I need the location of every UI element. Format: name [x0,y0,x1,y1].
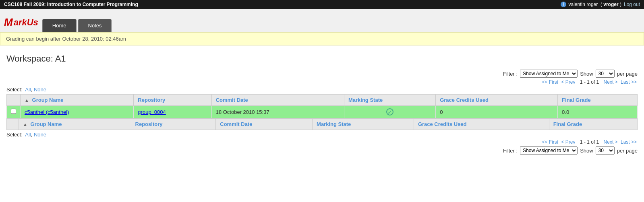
repository-link[interactable]: group_0004 [138,109,166,115]
pagination-top: << First < Prev 1 - 1 of 1 Next > Last >… [6,79,638,85]
grading-table-bottom: ▲ Group Name Repository Commit Date Mark… [6,118,638,130]
perpage-select-bottom[interactable]: 30 50 100 [596,146,615,155]
show-label-bottom: Show [580,148,593,154]
info-icon: i [561,2,566,7]
col-final-grade-top[interactable]: Final Grade [558,95,638,106]
perpage-label-top: per page [617,71,638,77]
col-commit-date-bottom[interactable]: Commit Date [216,119,313,130]
col-commit-date-top[interactable]: Commit Date [211,95,344,106]
row-checkbox-input[interactable] [11,109,16,114]
select-all-bottom[interactable]: All [25,132,31,138]
last-link-bottom[interactable]: Last >> [621,139,637,145]
status-complete-icon: ✓ [386,108,393,115]
prev-link-top[interactable]: < Prev [561,79,576,85]
next-link-top[interactable]: Next > [604,79,618,85]
row-commit-date: 18 October 2010 15:37 [211,106,344,118]
col-grace-credits-top[interactable]: Grace Credits Used [436,95,558,106]
col-group-name-top[interactable]: ▲ Group Name [21,95,134,106]
table-header-top: ▲ Group Name Repository Commit Date Mark… [7,95,638,106]
sort-arrow-top: ▲ [25,98,29,103]
col-checkbox-bottom [7,119,19,130]
table-header-bottom: ▲ Group Name Repository Commit Date Mark… [7,119,638,130]
row-checkbox[interactable] [7,106,21,118]
bottom-controls: Filter : Show Assigned to Me Show All Sh… [6,146,638,155]
row-grace-credits: 0 [436,106,558,118]
pagination-range-top: 1 - 1 of 1 [580,79,599,85]
top-controls: Filter : Show Assigned to Me Show All Sh… [6,70,638,78]
logo: M arkUs [4,16,38,32]
select-none-bottom[interactable]: None [34,132,46,138]
tab-home[interactable]: Home [42,19,77,32]
last-link-top[interactable]: Last >> [621,79,637,85]
pagination-range-bottom: 1 - 1 of 1 [580,139,599,145]
filter-select-top[interactable]: Show Assigned to Me Show All [520,70,578,78]
col-marking-state-top[interactable]: Marking State [344,95,435,106]
col-marking-state-bottom[interactable]: Marking State [313,119,414,130]
tab-notes[interactable]: Notes [78,19,112,32]
col-final-grade-bottom[interactable]: Final Grade [549,119,637,130]
prev-link-bottom[interactable]: < Prev [561,139,576,145]
col-grace-credits-bottom[interactable]: Grace Credits Used [414,119,549,130]
user-area: i valentin roger ( vroger ) Log out [561,2,640,7]
row-final-grade: 0.0 [558,106,638,118]
nav-tabs: Home Notes [42,19,114,32]
col-repository-top[interactable]: Repository [134,95,211,106]
page-title: CSC108 Fall 2009: Introduction to Comput… [4,2,138,7]
select-row-top: Select: All, None [6,87,638,93]
row-repository: group_0004 [134,106,211,118]
first-link-bottom[interactable]: << First [542,139,559,145]
filter-select-bottom[interactable]: Show Assigned to Me Show All [520,146,578,155]
show-label-top: Show [580,71,593,77]
next-link-bottom[interactable]: Next > [604,139,618,145]
table-row: c5anthei (c5anthei) group_0004 18 Octobe… [7,106,638,118]
grading-table-top: ▲ Group Name Repository Commit Date Mark… [6,94,638,118]
user-display: valentin roger ( vroger ) [569,2,621,7]
topbar: CSC108 Fall 2009: Introduction to Comput… [0,0,644,9]
filter-label-bottom: Filter : [503,148,518,154]
workspace-title: Workspace: A1 [6,54,638,64]
group-name-link[interactable]: c5anthei (c5anthei) [25,109,69,115]
col-checkbox-top [7,95,21,106]
username: vroger [603,2,618,7]
nav-area: M arkUs Home Notes [0,9,644,32]
perpage-label-bottom: per page [617,148,638,154]
select-none-top[interactable]: None [34,87,46,93]
row-group-name: c5anthei (c5anthei) [21,106,134,118]
col-repository-bottom[interactable]: Repository [131,119,216,130]
logout-link[interactable]: Log out [624,2,640,7]
col-group-name-bottom[interactable]: ▲ Group Name [19,119,131,130]
select-row-bottom: Select: All, None [6,132,638,138]
notice-bar: Grading can begin after October 28, 2010… [0,32,644,45]
select-all-top[interactable]: All [25,87,31,93]
filter-label-top: Filter : [503,71,518,77]
sort-arrow-bottom: ▲ [23,122,27,127]
pagination-bottom: << First < Prev 1 - 1 of 1 Next > Last >… [6,139,638,145]
perpage-select-top[interactable]: 30 50 100 [596,70,615,78]
row-marking-state: ✓ [344,106,435,118]
bottom-section: Select: All, None << First < Prev 1 - 1 … [6,132,638,155]
first-link-top[interactable]: << First [542,79,559,85]
main-content: Workspace: A1 Filter : Show Assigned to … [0,45,644,159]
